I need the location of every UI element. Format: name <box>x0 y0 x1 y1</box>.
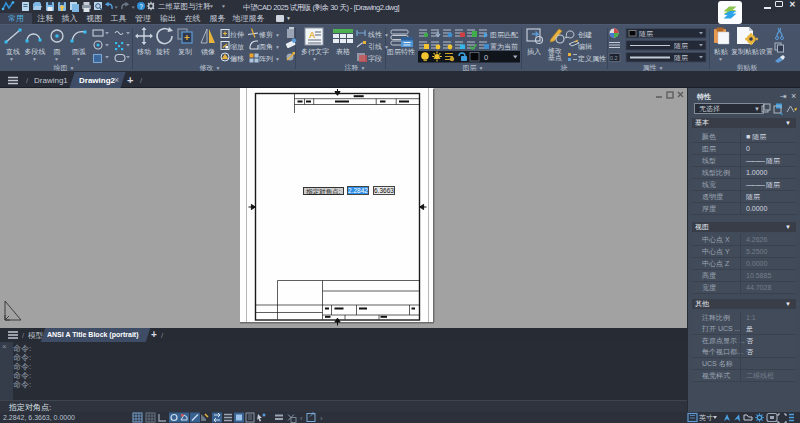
svg-text:随层: 随层 <box>674 54 688 62</box>
svg-text:?: ? <box>139 3 143 10</box>
svg-text:随层: 随层 <box>639 30 653 38</box>
svg-text:A: A <box>309 30 316 40</box>
svg-text:0: 0 <box>484 53 488 62</box>
svg-text:随层: 随层 <box>674 42 688 50</box>
svg-text:‹: ‹ <box>300 414 303 423</box>
svg-text:0.2: 0.2 <box>610 55 618 61</box>
svg-text:›: › <box>320 414 323 423</box>
svg-text:英寸: 英寸 <box>699 414 713 422</box>
